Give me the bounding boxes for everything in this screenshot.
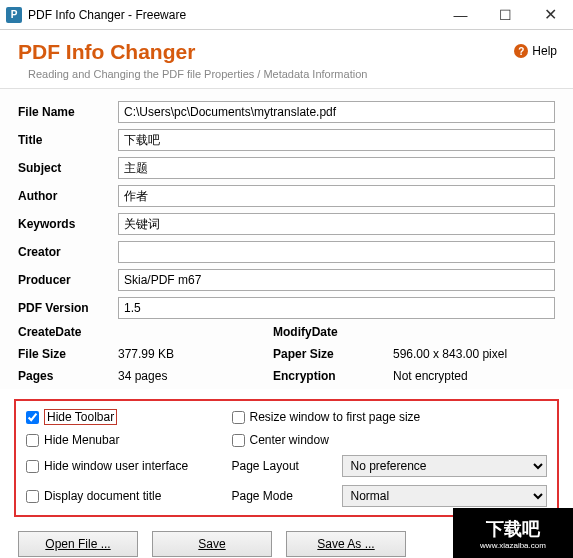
save-as-button[interactable]: Save As ... (286, 531, 406, 557)
open-file-button[interactable]: Open File ... (18, 531, 138, 557)
keywords-input[interactable] (118, 213, 555, 235)
paper-size-label: Paper Size (273, 347, 393, 361)
file-name-label: File Name (18, 105, 118, 119)
pages-label: Pages (18, 369, 118, 383)
subject-input[interactable] (118, 157, 555, 179)
resize-window-checkbox[interactable] (232, 411, 245, 424)
hide-menubar-label: Hide Menubar (44, 433, 119, 447)
create-date-label: CreateDate (18, 325, 118, 339)
page-layout-select[interactable]: No preference (342, 455, 548, 477)
page-mode-label: Page Mode (232, 489, 342, 503)
author-input[interactable] (118, 185, 555, 207)
title-input[interactable] (118, 129, 555, 151)
hide-ui-label: Hide window user interface (44, 459, 188, 473)
center-window-checkbox[interactable] (232, 434, 245, 447)
info-grid: CreateDate ModifyDate File Size 377.99 K… (18, 325, 555, 383)
hide-menubar-row[interactable]: Hide Menubar (26, 433, 232, 447)
pages-value: 34 pages (118, 369, 273, 383)
producer-input[interactable] (118, 269, 555, 291)
help-label: Help (532, 44, 557, 58)
display-title-checkbox[interactable] (26, 490, 39, 503)
app-subtitle: Reading and Changing the PDF file Proper… (28, 68, 555, 80)
help-link[interactable]: ? Help (514, 44, 557, 58)
hide-menubar-checkbox[interactable] (26, 434, 39, 447)
app-icon: P (6, 7, 22, 23)
resize-window-row[interactable]: Resize window to first page size (232, 410, 548, 424)
header: PDF Info Changer Reading and Changing th… (0, 30, 573, 89)
app-title: PDF Info Changer (18, 40, 555, 64)
title-label: Title (18, 133, 118, 147)
page-layout-label: Page Layout (232, 459, 342, 473)
hide-ui-row[interactable]: Hide window user interface (26, 459, 232, 473)
display-title-row[interactable]: Display document title (26, 489, 232, 503)
hide-toolbar-row[interactable]: Hide Toolbar (26, 409, 232, 425)
pdf-version-label: PDF Version (18, 301, 118, 315)
window-title: PDF Info Changer - Freeware (28, 8, 438, 22)
hide-ui-checkbox[interactable] (26, 460, 39, 473)
creator-label: Creator (18, 245, 118, 259)
hide-toolbar-checkbox[interactable] (26, 411, 39, 424)
encryption-value: Not encrypted (393, 369, 555, 383)
hide-toolbar-label: Hide Toolbar (44, 409, 117, 425)
save-button[interactable]: Save (152, 531, 272, 557)
creator-input[interactable] (118, 241, 555, 263)
minimize-button[interactable]: — (438, 0, 483, 29)
file-size-value: 377.99 KB (118, 347, 273, 361)
file-name-input[interactable] (118, 101, 555, 123)
paper-size-value: 596.00 x 843.00 pixel (393, 347, 555, 361)
producer-label: Producer (18, 273, 118, 287)
resize-window-label: Resize window to first page size (250, 410, 421, 424)
display-title-label: Display document title (44, 489, 161, 503)
titlebar: P PDF Info Changer - Freeware — ☐ ✕ (0, 0, 573, 30)
encryption-label: Encryption (273, 369, 393, 383)
button-bar: Open File ... Save Save As ... (0, 525, 573, 558)
center-window-label: Center window (250, 433, 329, 447)
close-button[interactable]: ✕ (528, 0, 573, 29)
page-mode-select[interactable]: Normal (342, 485, 548, 507)
center-window-row[interactable]: Center window (232, 433, 548, 447)
pdf-version-input[interactable] (118, 297, 555, 319)
options-box: Hide Toolbar Resize window to first page… (14, 399, 559, 517)
create-date-value (118, 325, 273, 339)
content: File Name Title Subject Author Keywords … (0, 89, 573, 389)
author-label: Author (18, 189, 118, 203)
file-size-label: File Size (18, 347, 118, 361)
subject-label: Subject (18, 161, 118, 175)
help-icon: ? (514, 44, 528, 58)
window-controls: — ☐ ✕ (438, 0, 573, 29)
modify-date-label: ModifyDate (273, 325, 393, 339)
modify-date-value (393, 325, 555, 339)
maximize-button[interactable]: ☐ (483, 0, 528, 29)
keywords-label: Keywords (18, 217, 118, 231)
